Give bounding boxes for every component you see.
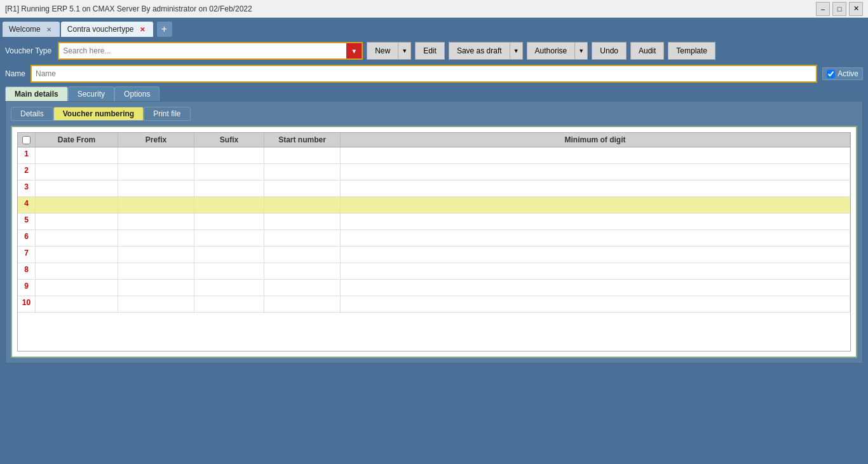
grid-rows: 1 2 3 4 5 6 — [18, 147, 850, 313]
row-min-digit-8[interactable] — [341, 263, 850, 279]
active-checkbox[interactable] — [827, 70, 835, 78]
sub-tab-print-file[interactable]: Print file — [144, 107, 190, 121]
content-panel: Details Voucher numbering Print file Dat… — [5, 101, 863, 364]
sub-tab-voucher-numbering[interactable]: Voucher numbering — [53, 107, 144, 121]
row-sufix-1[interactable] — [194, 147, 264, 163]
grid-empty-area — [18, 313, 850, 351]
toolbar: Voucher Type New ▼ Edit Save as draft ▼ … — [5, 42, 863, 60]
row-date-from-2[interactable] — [36, 164, 118, 180]
row-min-digit-3[interactable] — [341, 181, 850, 196]
authorise-dropdown-arrow[interactable]: ▼ — [575, 42, 588, 60]
row-min-digit-9[interactable] — [341, 280, 850, 296]
row-sufix-7[interactable] — [194, 247, 264, 263]
row-min-digit-2[interactable] — [341, 164, 850, 180]
grid-header-start-number: Start number — [264, 133, 341, 147]
row-min-digit-6[interactable] — [341, 230, 850, 246]
row-sufix-10[interactable] — [194, 296, 264, 312]
row-prefix-3[interactable] — [118, 181, 194, 196]
row-prefix-10[interactable] — [118, 296, 194, 312]
tab-contra[interactable]: Contra vouchertype ✕ — [61, 22, 153, 37]
row-sufix-3[interactable] — [194, 181, 264, 196]
tab-options-label: Options — [124, 90, 150, 99]
row-date-from-9[interactable] — [36, 280, 118, 296]
name-label: Name — [5, 69, 25, 78]
row-prefix-2[interactable] — [118, 164, 194, 180]
row-date-from-6[interactable] — [36, 230, 118, 246]
maximize-button[interactable]: □ — [832, 2, 846, 16]
row-start-number-4[interactable] — [264, 197, 341, 213]
grid-select-all-checkbox[interactable] — [22, 136, 31, 144]
tab-security[interactable]: Security — [68, 86, 114, 101]
row-start-number-3[interactable] — [264, 181, 341, 196]
row-num-2: 2 — [18, 164, 36, 180]
row-sufix-4[interactable] — [194, 197, 264, 213]
tab-main-details-label: Main details — [15, 90, 58, 99]
row-prefix-9[interactable] — [118, 280, 194, 296]
row-sufix-2[interactable] — [194, 164, 264, 180]
row-min-digit-1[interactable] — [341, 147, 850, 163]
main-area: Voucher Type New ▼ Edit Save as draft ▼ … — [0, 37, 868, 464]
tab-main-details[interactable]: Main details — [5, 86, 68, 101]
row-date-from-7[interactable] — [36, 247, 118, 263]
row-start-number-8[interactable] — [264, 263, 341, 279]
add-tab-button[interactable]: + — [157, 22, 172, 37]
row-date-from-5[interactable] — [36, 214, 118, 229]
new-dropdown-arrow[interactable]: ▼ — [398, 42, 411, 60]
row-prefix-1[interactable] — [118, 147, 194, 163]
row-date-from-10[interactable] — [36, 296, 118, 312]
row-min-digit-10[interactable] — [341, 296, 850, 312]
row-sufix-8[interactable] — [194, 263, 264, 279]
row-start-number-2[interactable] — [264, 164, 341, 180]
audit-button[interactable]: Audit — [630, 42, 664, 60]
row-min-digit-5[interactable] — [341, 214, 850, 229]
sub-tab-voucher-numbering-label: Voucher numbering — [63, 109, 134, 118]
grid-row-4: 4 — [18, 197, 850, 214]
row-start-number-7[interactable] — [264, 247, 341, 263]
tab-welcome[interactable]: Welcome ✕ — [3, 22, 60, 37]
save-draft-dropdown-arrow[interactable]: ▼ — [510, 42, 523, 60]
grid-row-1: 1 — [18, 147, 850, 164]
edit-button[interactable]: Edit — [415, 42, 445, 60]
row-min-digit-7[interactable] — [341, 247, 850, 263]
authorise-button-group: Authorise ▼ — [527, 42, 588, 60]
minimize-button[interactable]: – — [816, 2, 830, 16]
row-num-1: 1 — [18, 147, 36, 163]
row-prefix-5[interactable] — [118, 214, 194, 229]
row-date-from-4[interactable] — [36, 197, 118, 213]
row-start-number-1[interactable] — [264, 147, 341, 163]
row-min-digit-4[interactable] — [341, 197, 850, 213]
undo-button[interactable]: Undo — [592, 42, 627, 60]
row-num-8: 8 — [18, 263, 36, 279]
authorise-button[interactable]: Authorise — [527, 42, 576, 60]
row-sufix-9[interactable] — [194, 280, 264, 296]
row-prefix-8[interactable] — [118, 263, 194, 279]
grid-row-8: 8 — [18, 263, 850, 280]
row-prefix-6[interactable] — [118, 230, 194, 246]
row-start-number-9[interactable] — [264, 280, 341, 296]
row-sufix-5[interactable] — [194, 214, 264, 229]
row-start-number-10[interactable] — [264, 296, 341, 312]
row-start-number-6[interactable] — [264, 230, 341, 246]
grid-header-checkbox — [18, 133, 36, 147]
name-input[interactable] — [31, 65, 817, 83]
name-row: Name Active — [5, 65, 863, 83]
new-button[interactable]: New — [367, 42, 398, 60]
close-button[interactable]: ✕ — [849, 2, 863, 16]
row-num-5: 5 — [18, 214, 36, 229]
row-date-from-3[interactable] — [36, 181, 118, 196]
search-input[interactable] — [63, 46, 358, 55]
template-button[interactable]: Template — [668, 42, 715, 60]
row-date-from-1[interactable] — [36, 147, 118, 163]
row-start-number-5[interactable] — [264, 214, 341, 229]
tab-options[interactable]: Options — [114, 86, 159, 101]
tab-welcome-close[interactable]: ✕ — [44, 25, 53, 34]
search-dropdown-button[interactable] — [346, 43, 362, 58]
row-sufix-6[interactable] — [194, 230, 264, 246]
row-prefix-7[interactable] — [118, 247, 194, 263]
grid-wrapper: Date From Prefix Sufix Start number Mini… — [11, 126, 857, 358]
save-draft-button[interactable]: Save as draft — [449, 42, 510, 60]
sub-tab-details[interactable]: Details — [11, 107, 53, 121]
tab-contra-close[interactable]: ✕ — [138, 25, 147, 34]
row-prefix-4[interactable] — [118, 197, 194, 213]
row-date-from-8[interactable] — [36, 263, 118, 279]
